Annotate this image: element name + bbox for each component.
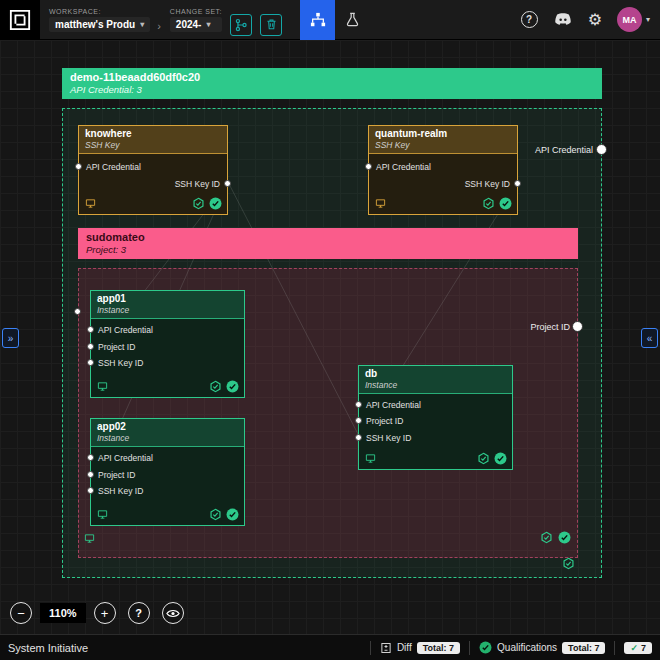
component-type: Instance xyxy=(97,433,238,443)
component-type: SSH Key xyxy=(375,140,511,150)
input-socket-api-credential[interactable]: API Credential xyxy=(75,162,141,171)
app-root: WORKSPACE: matthew's Produ ▾ › CHANGE SE… xyxy=(0,0,660,660)
frame-input-socket-project[interactable] xyxy=(74,308,81,315)
si-logo[interactable] xyxy=(0,0,40,40)
socket-dot[interactable] xyxy=(87,359,94,366)
statusbar-right: Diff Total: 7 Qualifications Total: 7 ✓ … xyxy=(370,641,652,655)
check-icon: ✓ xyxy=(630,643,638,653)
component-type-icon xyxy=(85,198,96,209)
gear-icon[interactable]: ⚙ xyxy=(588,12,602,28)
confirmation-check-icon[interactable] xyxy=(558,531,571,544)
frame-subtitle: Project: 3 xyxy=(86,244,570,256)
component-title: app01 xyxy=(97,293,238,305)
component-type-icon xyxy=(97,509,108,520)
output-socket-ssh-key-id[interactable]: SSH Key ID xyxy=(175,179,231,188)
socket-label: API Credential xyxy=(98,453,153,463)
confirmation-check-icon[interactable] xyxy=(226,380,239,393)
socket-dot[interactable] xyxy=(87,343,94,350)
socket-label: API Credential xyxy=(376,162,431,172)
expand-right-panel-button[interactable]: « xyxy=(641,328,658,348)
input-socket-ssh-key-id[interactable]: SSH Key ID xyxy=(87,486,143,495)
workspace-select[interactable]: matthew's Produ ▾ xyxy=(49,17,150,32)
changeset-label: CHANGE SET: xyxy=(170,8,222,15)
socket-dot[interactable] xyxy=(224,180,231,187)
diff-group[interactable]: Diff Total: 7 xyxy=(380,642,460,654)
breadcrumb-separator: › xyxy=(157,20,161,32)
component-app01[interactable]: app01 Instance API Credential Project ID… xyxy=(90,290,245,398)
user-menu[interactable]: MA ▾ xyxy=(617,7,650,32)
confirmation-check-icon[interactable] xyxy=(499,197,512,210)
zoom-out-button[interactable]: − xyxy=(10,602,32,624)
qualifications-group[interactable]: Qualifications Total: 7 xyxy=(479,641,605,654)
chevron-left-icon: « xyxy=(647,333,653,344)
eye-icon xyxy=(166,609,180,618)
qualification-hex-icon[interactable] xyxy=(209,380,222,393)
qualification-hex-icon[interactable] xyxy=(562,557,575,570)
zoom-in-button[interactable]: + xyxy=(94,602,116,624)
component-title: db xyxy=(365,368,506,380)
socket-label: Project ID xyxy=(98,342,135,352)
component-knowhere[interactable]: knowhere SSH Key API Credential SSH Key … xyxy=(78,125,228,215)
input-socket-api-credential[interactable]: API Credential xyxy=(87,325,153,334)
output-socket-ssh-key-id[interactable]: SSH Key ID xyxy=(465,179,521,188)
socket-dot[interactable] xyxy=(365,163,372,170)
qualifications-check-icon xyxy=(479,641,492,654)
frame-output-socket-api-credential[interactable] xyxy=(596,144,607,155)
frame-title: demo-11beaadd60df0c20 xyxy=(70,70,594,84)
component-quantum-realm[interactable]: quantum-realm SSH Key API Credential SSH… xyxy=(368,125,518,215)
diagram-canvas[interactable]: demo-11beaadd60df0c20 API Credential: 3 … xyxy=(0,40,660,634)
input-socket-project-id[interactable]: Project ID xyxy=(87,342,135,351)
component-footer xyxy=(365,452,507,465)
socket-dot[interactable] xyxy=(87,454,94,461)
qualification-hex-icon[interactable] xyxy=(482,197,495,210)
qualification-hex-icon[interactable] xyxy=(192,197,205,210)
visibility-button[interactable] xyxy=(162,602,184,624)
canvas-help-button[interactable]: ? xyxy=(128,602,150,624)
socket-dot[interactable] xyxy=(514,180,521,187)
input-socket-api-credential[interactable]: API Credential xyxy=(355,400,421,409)
frame-header-api-credential[interactable]: demo-11beaadd60df0c20 API Credential: 3 xyxy=(62,68,602,99)
socket-dot[interactable] xyxy=(87,487,94,494)
confirmation-check-icon[interactable] xyxy=(209,197,222,210)
socket-label: SSH Key ID xyxy=(465,179,510,189)
abandon-changeset-button[interactable] xyxy=(260,14,282,36)
input-socket-ssh-key-id[interactable]: SSH Key ID xyxy=(355,433,411,442)
input-socket-project-id[interactable]: Project ID xyxy=(355,416,403,425)
frame-header-project[interactable]: sudomateo Project: 3 xyxy=(78,228,578,259)
input-socket-api-credential[interactable]: API Credential xyxy=(365,162,431,171)
frame-output-socket-project-id[interactable] xyxy=(572,321,583,332)
socket-dot[interactable] xyxy=(75,163,82,170)
component-db[interactable]: db Instance API Credential Project ID SS… xyxy=(358,365,513,470)
socket-dot[interactable] xyxy=(355,417,362,424)
qualification-hex-icon[interactable] xyxy=(209,508,222,521)
component-app02[interactable]: app02 Instance API Credential Project ID… xyxy=(90,418,245,526)
qualification-hex-icon[interactable] xyxy=(477,452,490,465)
qualifications-label: Qualifications xyxy=(497,642,557,653)
frame-title: sudomateo xyxy=(86,230,570,244)
workspace-value: matthew's Produ xyxy=(55,19,135,30)
changeset-select[interactable]: 2024- ▾ xyxy=(170,17,222,32)
confirmation-check-icon[interactable] xyxy=(494,452,507,465)
qualification-hex-icon[interactable] xyxy=(540,531,553,544)
input-socket-ssh-key-id[interactable]: SSH Key ID xyxy=(87,358,143,367)
socket-dot[interactable] xyxy=(87,326,94,333)
socket-dot[interactable] xyxy=(87,471,94,478)
discord-icon[interactable] xyxy=(553,12,573,27)
input-socket-project-id[interactable]: Project ID xyxy=(87,470,135,479)
frame-status-badges-project xyxy=(540,531,571,544)
help-button[interactable]: ? xyxy=(521,11,538,28)
expand-left-panel-button[interactable]: » xyxy=(2,328,19,348)
avatar: MA xyxy=(617,7,642,32)
si-logo-icon xyxy=(9,9,31,31)
input-socket-api-credential[interactable]: API Credential xyxy=(87,453,153,462)
socket-dot[interactable] xyxy=(355,434,362,441)
tab-model-diagram[interactable] xyxy=(300,0,335,40)
confirmation-check-icon[interactable] xyxy=(226,508,239,521)
tab-lab[interactable] xyxy=(335,0,370,40)
help-icon: ? xyxy=(526,14,532,25)
statusbar: System Initiative Diff Total: 7 Qualific… xyxy=(0,634,660,660)
socket-dot[interactable] xyxy=(355,401,362,408)
frame-socket-label-api-credential: API Credential xyxy=(500,145,593,155)
component-type: Instance xyxy=(97,305,238,315)
merge-changeset-button[interactable] xyxy=(230,14,252,36)
